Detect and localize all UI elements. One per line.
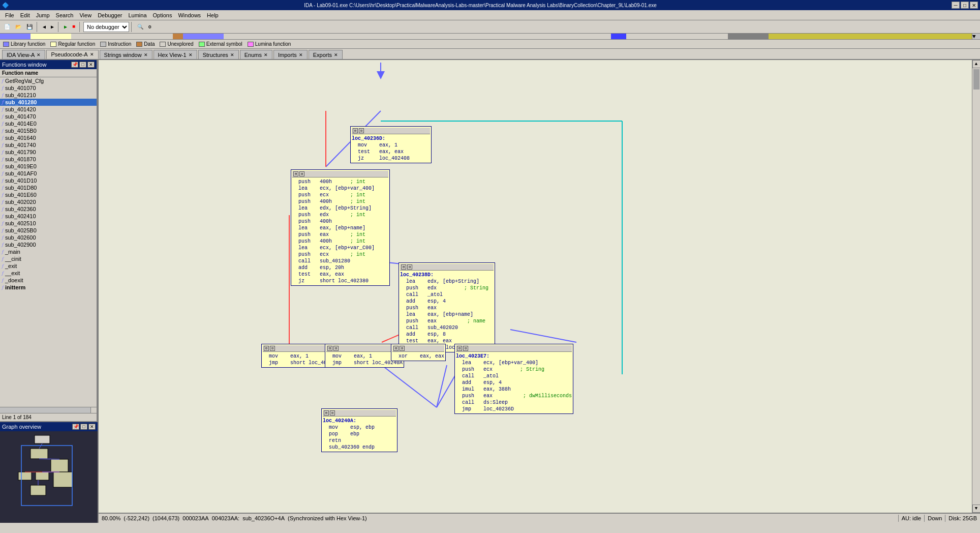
menu-view[interactable]: View	[76, 11, 95, 19]
fn-item-sub401d80[interactable]: 𝑓sub_401D80	[0, 184, 97, 191]
fn-item-sub402360[interactable]: 𝑓sub_402360	[0, 205, 97, 213]
fn-item-sub402410[interactable]: 𝑓sub_402410	[0, 213, 97, 220]
scrollbar-up-button[interactable]: ▲	[972, 60, 981, 68]
tab-hex-view[interactable]: Hex View-1 ✕	[154, 50, 197, 59]
block6-btn1[interactable]: ⊟	[393, 346, 399, 351]
block1-btn1[interactable]: ⊟	[353, 128, 358, 133]
fn-item-exit1[interactable]: 𝑓_exit	[0, 262, 97, 270]
tab-pseudocode[interactable]: Pseudocode-A ✕	[46, 50, 98, 59]
fn-item-sub401640[interactable]: 𝑓sub_401640	[0, 134, 97, 141]
menu-lumina[interactable]: Lumina	[125, 11, 149, 19]
functions-restore-button[interactable]: □	[79, 62, 86, 68]
graph-canvas[interactable]: ⊟ ⊡ loc_40236D: mov eax, 1 test eax, eax…	[99, 60, 980, 513]
fn-item-sub402510[interactable]: 𝑓sub_402510	[0, 220, 97, 227]
open-button[interactable]: 📂	[13, 21, 23, 33]
fn-item-sub401d10[interactable]: 𝑓sub_401D10	[0, 177, 97, 184]
fn-item-initterm[interactable]: 𝑓initterm	[0, 284, 97, 291]
fn-item-sub4014e0[interactable]: 𝑓sub_4014E0	[0, 120, 97, 127]
tab-structures-close[interactable]: ✕	[230, 52, 234, 57]
close-button[interactable]: ✕	[970, 2, 978, 9]
restore-button[interactable]: □	[961, 2, 969, 9]
save-button[interactable]: 💾	[24, 21, 35, 33]
fn-item-sub401af0[interactable]: 𝑓sub_401AF0	[0, 170, 97, 177]
code-block-2[interactable]: ⊟ ⊡ push 400h ; int lea ecx, [ebp+var_40…	[291, 169, 390, 286]
menu-jump[interactable]: Jump	[33, 11, 53, 19]
fn-item-sub401070[interactable]: 𝑓sub_401070	[0, 84, 97, 92]
new-button[interactable]: 📄	[2, 21, 12, 33]
menu-debugger[interactable]: Debugger	[95, 11, 125, 19]
navigation-strip[interactable]: ▼	[0, 34, 980, 40]
settings-button[interactable]: ⚙	[146, 21, 154, 33]
tab-exports[interactable]: Exports ✕	[309, 50, 343, 59]
minimize-button[interactable]: ─	[952, 2, 960, 9]
go-pin-button[interactable]: 📌	[72, 424, 79, 430]
code-block-1[interactable]: ⊟ ⊡ loc_40236D: mov eax, 1 test eax, eax…	[350, 126, 432, 163]
fn-item-doexit[interactable]: 𝑓_doexit	[0, 277, 97, 284]
block4-btn1[interactable]: ⊟	[264, 346, 269, 351]
menu-file[interactable]: File	[2, 11, 17, 19]
fn-item-sub4025b0[interactable]: 𝑓sub_4025B0	[0, 227, 97, 234]
fn-item-sub401790[interactable]: 𝑓sub_401790	[0, 149, 97, 156]
fn-item-sub401870[interactable]: 𝑓sub_401870	[0, 156, 97, 163]
tab-strings[interactable]: Strings window ✕	[100, 50, 152, 59]
fn-item-sub401280[interactable]: 𝑓sub_401280	[0, 99, 97, 106]
tab-hex-view-close[interactable]: ✕	[189, 52, 193, 57]
block3-btn2[interactable]: ⊡	[407, 264, 412, 270]
fn-item-sub401470[interactable]: 𝑓sub_401470	[0, 113, 97, 120]
fn-item-sub401740[interactable]: 𝑓sub_401740	[0, 141, 97, 149]
block5-btn2[interactable]: ⊡	[333, 346, 339, 351]
tab-imports-close[interactable]: ✕	[299, 52, 303, 57]
block1-btn2[interactable]: ⊡	[359, 128, 364, 133]
scrollbar-thumb[interactable]	[973, 69, 979, 90]
tab-enums[interactable]: Enums ✕	[240, 50, 272, 59]
block8-btn1[interactable]: ⊟	[324, 410, 329, 416]
menu-windows[interactable]: Windows	[175, 11, 204, 19]
block2-btn1[interactable]: ⊟	[293, 171, 298, 176]
tab-ida-view[interactable]: IDA View-A ✕	[2, 50, 45, 59]
go-close-button[interactable]: ✕	[88, 424, 96, 430]
tab-ida-view-close[interactable]: ✕	[37, 52, 41, 57]
run-button[interactable]: ▶	[62, 21, 69, 33]
tab-enums-close[interactable]: ✕	[264, 52, 268, 57]
fn-item-sub401e60[interactable]: 𝑓sub_401E60	[0, 191, 97, 198]
nav-scroll[interactable]: ▼	[972, 34, 980, 39]
menu-options[interactable]: Options	[150, 11, 175, 19]
code-block-3[interactable]: ⊟ ⊡ loc_40238D: lea edx, [ebp+String] pu…	[399, 262, 495, 352]
tab-imports[interactable]: Imports ✕	[273, 50, 308, 59]
debugger-select[interactable]: No debugger	[83, 22, 129, 32]
menu-search[interactable]: Search	[53, 11, 77, 19]
functions-pin-button[interactable]: 📌	[71, 62, 78, 68]
functions-close-button[interactable]: ✕	[87, 62, 95, 68]
fn-item-sub402600[interactable]: 𝑓sub_402600	[0, 234, 97, 241]
block3-btn1[interactable]: ⊟	[401, 264, 406, 270]
back-button[interactable]: ◀	[41, 21, 48, 33]
fn-item-exit2[interactable]: 𝑓__exit	[0, 270, 97, 277]
fn-item-main[interactable]: 𝑓_main	[0, 248, 97, 255]
stop-button[interactable]: ■	[70, 21, 77, 33]
block7-btn2[interactable]: ⊡	[463, 346, 468, 351]
tab-structures[interactable]: Structures ✕	[198, 50, 239, 59]
graph-overview-content[interactable]	[0, 431, 98, 523]
code-block-6[interactable]: ⊟ ⊡ xor eax, eax	[391, 344, 446, 361]
menu-help[interactable]: Help	[204, 11, 222, 19]
fn-item-sub401210[interactable]: 𝑓sub_401210	[0, 92, 97, 99]
fn-item-sub4019e0[interactable]: 𝑓sub_4019E0	[0, 163, 97, 170]
block7-btn1[interactable]: ⊟	[457, 346, 462, 351]
block2-btn2[interactable]: ⊡	[299, 171, 304, 176]
block6-btn2[interactable]: ⊡	[400, 346, 405, 351]
block5-btn1[interactable]: ⊟	[327, 346, 332, 351]
go-restore-button[interactable]: □	[80, 424, 87, 430]
fn-item-sub402900[interactable]: 𝑓sub_402900	[0, 241, 97, 248]
tab-exports-close[interactable]: ✕	[334, 52, 338, 57]
scrollbar-down-button[interactable]: ▼	[972, 505, 981, 513]
fn-item-sub402020[interactable]: 𝑓sub_402020	[0, 198, 97, 205]
tab-strings-close[interactable]: ✕	[144, 52, 148, 57]
forward-button[interactable]: ▶	[49, 21, 56, 33]
search-button[interactable]: 🔍	[135, 21, 145, 33]
block8-btn2[interactable]: ⊡	[330, 410, 335, 416]
vertical-scrollbar[interactable]: ▲ ▼	[972, 60, 980, 513]
fn-item-cinit[interactable]: 𝑓__cinit	[0, 255, 97, 262]
fn-item-sub401420[interactable]: 𝑓sub_401420	[0, 106, 97, 113]
functions-list[interactable]: 𝑓GetRegVal_Cfg 𝑓sub_401070 𝑓sub_401210 𝑓…	[0, 77, 97, 407]
block4-btn2[interactable]: ⊡	[270, 346, 275, 351]
